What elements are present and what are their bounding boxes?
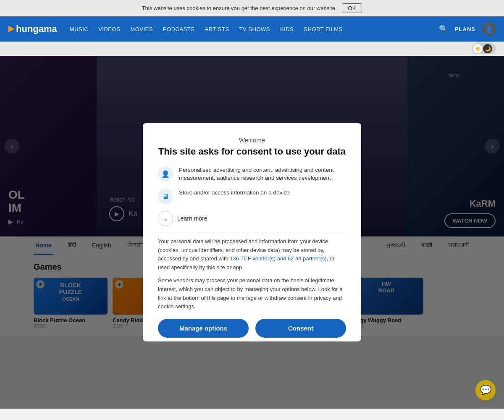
main-nav: MUSIC VIDEOS MOVIES PODCASTS ARTISTS TV … [70,26,426,32]
learn-more-row: ⌄ Learn more [158,211,346,226]
support-icon[interactable]: 💬 [475,380,496,400]
consent-modal: Welcome This site asks for consent to us… [143,123,361,341]
consent-item-personalised: 👤 Personalised advertising and content, … [158,166,346,182]
cookie-ok-button[interactable]: OK [342,3,362,13]
cookie-banner: This website uses cookies to ensure you … [0,0,504,16]
header-right: 🔍 PLANS 👤 [439,22,496,36]
nav-kids[interactable]: KIDS [280,26,294,32]
modal-description-2: Some vendors may process your personal d… [158,276,346,311]
nav-videos[interactable]: VIDEOS [98,26,120,32]
nav-podcasts[interactable]: PODCASTS [163,26,195,32]
modal-buttons: Manage options Consent [158,319,346,338]
nav-music[interactable]: MUSIC [70,26,88,32]
vendor-link[interactable]: 136 TCF vendor(s) and 62 ad partner(s) [230,255,326,262]
user-avatar[interactable]: 👤 [482,22,496,36]
learn-more-label[interactable]: Learn more [177,215,207,222]
consent-overlay: Welcome This site asks for consent to us… [0,56,504,409]
plans-button[interactable]: PLANS [455,26,475,32]
store-icon: 🖥 [158,189,173,204]
light-mode-icon: ☀️ [473,44,482,53]
search-icon[interactable]: 🔍 [439,24,448,34]
nav-movies[interactable]: MOVIES [130,26,153,32]
dark-mode-icon: 🌙 [483,44,492,53]
cookie-text: This website uses cookies to ensure you … [142,5,337,11]
nav-artists[interactable]: ARTISTS [205,26,229,32]
modal-title: This site asks for consent to use your d… [158,146,346,157]
consent-personalised-text: Personalised advertising and content, ad… [179,166,346,182]
header: hungama MUSIC VIDEOS MOVIES PODCASTS ART… [0,16,504,42]
logo-arrow-icon [8,26,14,32]
modal-divider [158,232,346,232]
learn-more-toggle-button[interactable]: ⌄ [158,211,173,226]
modal-description-1: Your personal data will be processed and… [158,237,346,272]
logo-text: hungama [16,24,57,34]
consent-store-text: Store and/or access information on a dev… [179,189,289,197]
dark-mode-toggle[interactable]: ☀️ 🌙 [472,43,496,54]
dark-mode-bar: ☀️ 🌙 [0,42,504,56]
consent-item-store: 🖥 Store and/or access information on a d… [158,189,346,204]
modal-welcome: Welcome [158,136,346,144]
logo[interactable]: hungama [8,24,57,34]
personalised-icon: 👤 [158,166,173,181]
manage-options-button[interactable]: Manage options [158,319,249,338]
nav-short-films[interactable]: SHORT FILMS [304,26,342,32]
consent-button[interactable]: Consent [255,319,346,338]
nav-tv-shows[interactable]: TV SHOWS [239,26,270,32]
